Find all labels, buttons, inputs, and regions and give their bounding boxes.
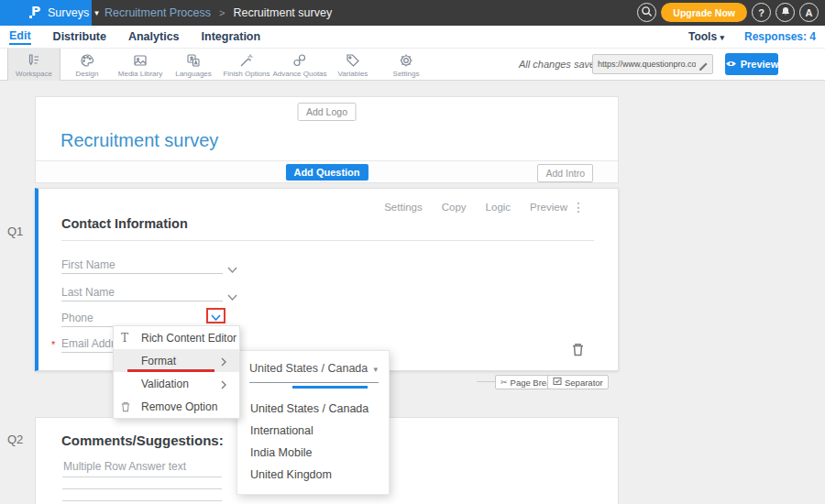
toolbar-items: Workspace Design Media Library Languages…: [7, 49, 433, 81]
question-settings-link[interactable]: Settings: [384, 202, 423, 213]
breadcrumb-folder[interactable]: Recruitment Process: [104, 6, 211, 19]
bell-icon: [780, 5, 791, 19]
trash-icon: [121, 401, 141, 412]
editor-toolbar: Workspace Design Media Library Languages…: [0, 48, 825, 81]
breadcrumb-separator: >: [219, 7, 225, 18]
search-button[interactable]: [637, 3, 656, 22]
annotation-red-box: [206, 308, 226, 323]
toolbar-item-settings[interactable]: Settings: [380, 49, 433, 81]
answer-line[interactable]: [62, 500, 222, 501]
chevron-down-icon: ▾: [94, 8, 99, 17]
submenu-chevron-right-icon: [221, 379, 226, 392]
survey-title[interactable]: Recruitment survey: [60, 130, 218, 151]
upgrade-button[interactable]: Upgrade Now: [661, 3, 747, 22]
question-actions: Settings Copy Logic Preview: [384, 202, 567, 213]
question-preview-link[interactable]: Preview: [530, 202, 567, 213]
scissors-icon: ✂: [500, 378, 508, 387]
menu-item-validation[interactable]: Validation: [114, 372, 239, 395]
notifications-button[interactable]: [776, 3, 795, 22]
tab-analytics[interactable]: Analytics: [128, 30, 180, 44]
kebab-menu-icon[interactable]: ⋮: [572, 200, 585, 214]
phone-format-submenu: United States / Canada ▾ United States /…: [236, 350, 390, 495]
separator-button[interactable]: Separator: [547, 375, 609, 389]
product-switcher[interactable]: P Surveys ▾: [0, 0, 92, 26]
submenu-chevron-right-icon: [221, 356, 226, 369]
edit-url-pencil-icon[interactable]: [698, 59, 709, 75]
eye-icon: [725, 59, 737, 70]
search-icon: [641, 5, 653, 19]
format-select[interactable]: United States / Canada ▾: [249, 362, 379, 383]
delete-question-trash-icon[interactable]: [572, 343, 584, 360]
breadcrumb: Recruitment Process > Recruitment survey: [104, 6, 332, 19]
question2-number: Q2: [7, 433, 23, 446]
question-logic-link[interactable]: Logic: [486, 202, 512, 213]
field-first-name[interactable]: First Name: [61, 258, 223, 274]
question1-title[interactable]: Contact Information: [61, 216, 188, 231]
add-intro-button[interactable]: Add Intro: [537, 164, 593, 182]
palette-icon: [79, 52, 95, 69]
format-option-us-canada[interactable]: United States / Canada: [250, 402, 368, 415]
format-option-india-mobile[interactable]: India Mobile: [250, 446, 312, 459]
toolbar-item-languages[interactable]: Languages: [167, 49, 220, 81]
field-last-name[interactable]: Last Name: [61, 286, 223, 301]
toolbar-item-media-library[interactable]: Media Library: [114, 49, 167, 81]
image-icon: [132, 52, 148, 69]
survey-header-card: Add Logo Recruitment survey Add Question…: [35, 96, 619, 183]
answer-line[interactable]: [62, 488, 222, 489]
add-question-row: Add Question Add Intro: [36, 160, 618, 182]
question-copy-link[interactable]: Copy: [442, 202, 467, 213]
tab-distribute[interactable]: Distribute: [53, 30, 106, 44]
tab-integration[interactable]: Integration: [202, 30, 261, 44]
separator-icon: [553, 377, 562, 388]
share-url-field[interactable]: https://www.questionpro.com/t/APNrFZ: [592, 54, 713, 74]
product-label: Surveys: [48, 6, 89, 19]
toolbar-item-finish-options[interactable]: Finish Options: [220, 49, 273, 81]
question1-number: Q1: [7, 225, 23, 238]
preview-button[interactable]: Preview: [725, 53, 778, 75]
required-marker: *: [51, 339, 55, 350]
avatar[interactable]: A: [799, 3, 819, 22]
topbar-actions: Upgrade Now ? A: [637, 3, 819, 22]
multirow-answer-placeholder[interactable]: Multiple Row Answer text: [63, 460, 186, 473]
chevron-down-icon: ▾: [720, 33, 724, 42]
topbar: P Surveys ▾ Recruitment Process > Recrui…: [0, 0, 825, 26]
add-question-button[interactable]: Add Question: [285, 164, 368, 181]
svg-text:P: P: [31, 4, 40, 18]
share-url: https://www.questionpro.com/t/APNrFZ: [598, 60, 696, 69]
text-format-icon: T: [121, 332, 141, 345]
save-status: All changes saved: [519, 59, 600, 70]
tools-menu[interactable]: Tools ▾: [688, 30, 724, 43]
tab-edit[interactable]: Edit: [9, 29, 31, 45]
magic-wand-icon: [238, 52, 255, 69]
option-context-menu: T Rich Content Editor Format Validation …: [113, 325, 240, 419]
format-option-international[interactable]: International: [250, 424, 314, 437]
phone-dropdown-chevron-icon[interactable]: [211, 308, 221, 324]
answer-line[interactable]: [62, 477, 222, 477]
primary-nav: Edit Distribute Analytics Integration To…: [0, 26, 825, 48]
annotation-red-underline: [127, 369, 214, 372]
workspace-icon: [26, 52, 42, 69]
chevron-down-icon: ▾: [373, 365, 378, 374]
last-name-dropdown-chevron-icon[interactable]: [227, 288, 237, 304]
tag-icon: [345, 52, 361, 69]
questionpro-survey-editor: P Surveys ▾ Recruitment Process > Recrui…: [0, 0, 825, 504]
toolbar-item-workspace[interactable]: Workspace: [7, 49, 60, 81]
select-focus-indicator: [292, 386, 368, 389]
breadcrumb-current: Recruitment survey: [233, 6, 332, 19]
toolbar-item-advance-quotas[interactable]: Advance Quotas: [273, 49, 326, 81]
toolbar-item-design[interactable]: Design: [60, 49, 114, 81]
first-name-dropdown-chevron-icon[interactable]: [227, 260, 237, 277]
help-button[interactable]: ?: [752, 3, 771, 22]
translate-icon: [185, 52, 202, 69]
responses-link[interactable]: Responses: 4: [744, 30, 816, 43]
add-logo-button[interactable]: Add Logo: [297, 103, 357, 121]
format-option-united-kingdom[interactable]: United Kingdom: [250, 468, 332, 481]
question1-title-underline: [61, 240, 594, 241]
question2-title[interactable]: Comments/Suggestions:: [61, 433, 224, 448]
questionpro-logo-icon: P: [29, 4, 42, 23]
chain-links-icon: [292, 52, 308, 69]
toolbar-item-variables[interactable]: Variables: [326, 49, 380, 81]
menu-item-remove-option[interactable]: Remove Option: [114, 395, 239, 418]
nav-right: Tools ▾ Responses: 4: [688, 26, 816, 48]
menu-item-rich-content-editor[interactable]: T Rich Content Editor: [114, 326, 239, 349]
